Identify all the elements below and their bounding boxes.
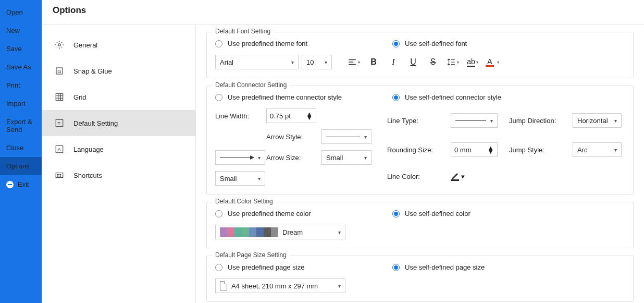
font-color-button[interactable]: A ▾ — [484, 55, 501, 69]
bold-button[interactable]: B — [365, 55, 382, 69]
underline-button[interactable]: U — [405, 55, 422, 69]
menu-label: Options — [6, 162, 30, 170]
radio-icon — [215, 94, 222, 101]
group-legend: Default Page Size Setting — [212, 251, 290, 259]
line-width-spinner[interactable]: 0.75 pt▲▼ — [266, 108, 316, 123]
snap-icon: cı — [55, 66, 64, 76]
label-line-type: Line Type: — [387, 117, 444, 125]
file-menu-save[interactable]: Save — [0, 40, 42, 58]
grid-icon — [55, 92, 64, 102]
menu-label: Close — [6, 144, 23, 152]
font-size-dropdown[interactable]: 10▾ — [302, 55, 332, 69]
file-menu-new[interactable]: New — [0, 21, 42, 40]
menu-label: Print — [6, 81, 20, 89]
svg-text:A: A — [57, 147, 61, 152]
file-menu-export[interactable]: Export & Send — [0, 113, 42, 139]
file-menu-options[interactable]: Options — [0, 157, 42, 175]
radio-label: Use predefined theme color — [228, 210, 311, 217]
spinner-arrows-icon: ▲▼ — [484, 146, 494, 153]
svg-point-9 — [57, 174, 58, 175]
label-line-color: Line Color: — [387, 173, 444, 180]
category-label: Grid — [73, 93, 86, 101]
category-default-setting[interactable]: T Default Setting — [42, 110, 195, 136]
file-menu-open[interactable]: Open — [0, 3, 42, 21]
category-label: Shortcuts — [73, 172, 102, 179]
exit-icon — [6, 181, 14, 188]
color-radio-theme[interactable]: Use predefined theme color — [215, 210, 371, 217]
dropdown-value: Arial — [220, 58, 233, 66]
arrow-size-end-dropdown[interactable]: Small▾ — [215, 171, 265, 186]
file-menu-exit[interactable]: Exit — [0, 175, 42, 193]
radio-label: Use self-defined font — [405, 40, 467, 47]
chevron-down-icon: ▾ — [320, 59, 327, 65]
file-menu-saveas[interactable]: Save As — [0, 58, 42, 76]
line-type-dropdown[interactable]: ▾ — [451, 113, 498, 128]
arrow-size-start-dropdown[interactable]: Small▾ — [321, 150, 371, 165]
svg-text:cı: cı — [57, 68, 61, 74]
chevron-down-icon: ▾ — [610, 118, 617, 124]
line-spacing-button[interactable]: ▾ — [444, 55, 461, 69]
file-menu-print[interactable]: Print — [0, 76, 42, 94]
menu-label: Save — [6, 45, 22, 53]
label-arrow-style: Arrow Style: — [266, 133, 316, 141]
file-menu-close[interactable]: Close — [0, 139, 42, 157]
font-family-dropdown[interactable]: Arial▾ — [215, 55, 299, 69]
svg-point-14 — [60, 176, 61, 176]
font-radio-theme[interactable]: Use predefined theme font — [215, 40, 371, 47]
language-icon: A — [55, 144, 64, 154]
chevron-down-icon: ▾ — [486, 118, 493, 124]
arrow-style-start-dropdown[interactable]: ▾ — [321, 129, 371, 144]
category-shortcuts[interactable]: Shortcuts — [42, 162, 195, 188]
shortcuts-icon — [55, 171, 64, 180]
chevron-down-icon: ▾ — [254, 155, 261, 161]
dropdown-value: Small — [326, 154, 343, 162]
file-menu: Open New Save Save As Print Import Expor… — [0, 0, 42, 303]
pagesize-radio-theme[interactable]: Use predefined page size — [215, 263, 371, 271]
menu-label: Exit — [18, 180, 29, 188]
chevron-down-icon: ▾ — [358, 60, 360, 65]
chevron-down-icon: ▾ — [476, 60, 478, 65]
category-grid[interactable]: Grid — [42, 84, 195, 110]
pen-icon — [451, 172, 459, 179]
page-icon — [220, 281, 227, 290]
options-body: General cı Snap & Glue Grid T Default Se… — [42, 25, 644, 303]
color-palette-dropdown[interactable]: Dream ▾ — [215, 225, 345, 239]
menu-label: Save As — [6, 63, 31, 71]
radio-label: Use predefined page size — [228, 263, 304, 271]
spinner-value: 0.75 pt — [270, 112, 291, 120]
svg-rect-8 — [56, 173, 63, 178]
pagesize-radio-self[interactable]: Use self-defined page size — [392, 263, 485, 271]
radio-label: Use self-defined connector style — [405, 93, 501, 101]
svg-point-11 — [60, 174, 61, 175]
arrow-style-end-dropdown[interactable]: ▾ — [215, 150, 265, 165]
chevron-down-icon: ▾ — [334, 283, 341, 289]
align-button[interactable]: ▾ — [345, 55, 362, 69]
line-color-swatch — [451, 179, 459, 181]
radio-icon — [392, 210, 400, 217]
italic-button[interactable]: I — [385, 55, 402, 69]
jump-direction-dropdown[interactable]: Horizontal▾ — [573, 113, 622, 128]
default-connector-group: Default Connector Setting Use predefined… — [206, 86, 634, 195]
svg-rect-3 — [56, 93, 63, 101]
rounding-size-spinner[interactable]: 0 mm▲▼ — [451, 142, 498, 157]
connector-radio-self[interactable]: Use self-defined connector style — [392, 93, 501, 101]
gear-icon — [55, 40, 64, 50]
category-general[interactable]: General — [42, 32, 195, 58]
jump-style-dropdown[interactable]: Arc▾ — [573, 142, 622, 157]
connector-radio-theme[interactable]: Use predefined theme connector style — [215, 93, 371, 101]
font-radio-self[interactable]: Use self-defined font — [392, 40, 467, 47]
radio-icon — [215, 210, 222, 217]
line-color-button[interactable]: ▾ — [451, 172, 503, 181]
label-arrow-size: Arrow Size: — [266, 154, 316, 162]
file-menu-import[interactable]: Import — [0, 94, 42, 113]
default-font-group: Default Font Setting Use predefined them… — [206, 32, 634, 78]
menu-label: Open — [6, 8, 23, 16]
strikethrough-button[interactable]: S — [425, 55, 441, 69]
text-highlight-button[interactable]: ab▾ — [464, 55, 481, 69]
radio-icon — [215, 40, 222, 47]
color-radio-self[interactable]: Use self-defined color — [392, 210, 470, 217]
category-language[interactable]: A Language — [42, 136, 195, 162]
category-snap-glue[interactable]: cı Snap & Glue — [42, 58, 195, 84]
page-size-dropdown[interactable]: A4 sheet, 210 mm x 297 mm ▾ — [215, 278, 345, 293]
radio-label: Use self-defined color — [405, 210, 470, 217]
